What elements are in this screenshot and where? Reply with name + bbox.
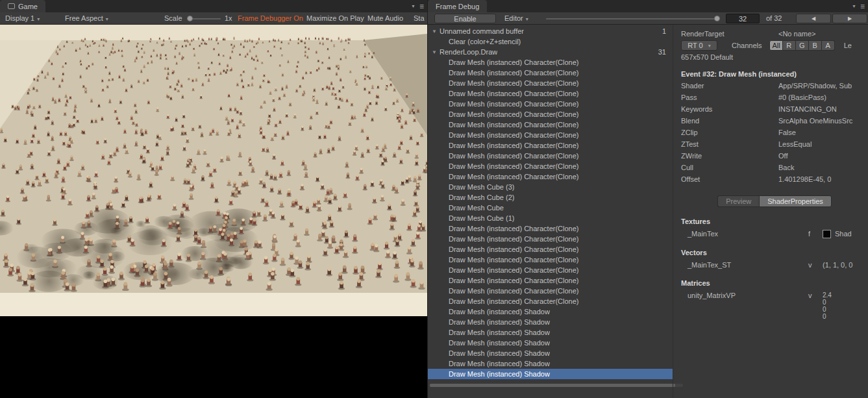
frame-event-label: Draw Mesh (instanced) Character(Clone) (449, 110, 579, 118)
frame-event-row[interactable]: Draw Mesh Cube (3) (428, 182, 673, 192)
frame-debugger-on-button[interactable]: Frame Debugger On (238, 12, 303, 24)
channel-a-button[interactable]: A (822, 40, 835, 51)
frame-event-row[interactable]: Draw Mesh (instanced) Character(Clone) (428, 234, 673, 244)
shader-state-row: KeywordsINSTANCING_ON (681, 103, 868, 115)
target-dropdown[interactable]: Editor▾ (504, 12, 528, 25)
frame-event-label: Draw Mesh (instanced) Shadow (449, 318, 550, 326)
frame-event-row[interactable]: Clear (color+Z+stencil) (428, 36, 673, 47)
channel-b-button[interactable]: B (809, 40, 822, 51)
frame-event-row[interactable]: Draw Mesh Cube (2) (428, 192, 673, 203)
frame-event-row[interactable]: Draw Mesh (instanced) Character(Clone) (428, 244, 673, 255)
game-tabstrip: Game ▼ ≡ (0, 0, 427, 12)
frame-event-row[interactable]: Draw Mesh (instanced) Shadow (428, 317, 673, 327)
vector-type: v (808, 261, 823, 269)
state-key: Keywords (681, 105, 778, 113)
frame-event-row[interactable]: Draw Mesh (instanced) Character(Clone) (428, 99, 673, 109)
frame-event-row[interactable]: Draw Mesh (instanced) Character(Clone) (428, 78, 673, 88)
event-slider-handle[interactable] (714, 16, 720, 21)
frame-event-row[interactable]: Draw Mesh (instanced) Character(Clone) (428, 286, 673, 296)
frame-event-row[interactable]: Draw Mesh (instanced) Shadow (428, 348, 673, 358)
frame-event-label: Draw Mesh (instanced) Shadow (449, 339, 550, 347)
frame-event-row[interactable]: Draw Mesh (instanced) Shadow (428, 358, 673, 369)
disclosure-triangle-icon[interactable]: ▼ (432, 49, 440, 55)
tab-frame-debug[interactable]: Frame Debug (428, 0, 487, 12)
frame-event-row[interactable]: Draw Mesh Cube (1) (428, 213, 673, 223)
horizontal-scrollbar[interactable] (430, 384, 683, 387)
event-details-panel: RenderTarget <No name> RT 0▾ Channels Al… (673, 25, 868, 398)
texture-type: f (808, 230, 823, 238)
tab-frame-debug-label: Frame Debug (436, 3, 479, 10)
game-viewport[interactable] (0, 25, 427, 316)
state-value: Back (778, 164, 868, 171)
enable-button[interactable]: Enable (434, 14, 496, 23)
frame-event-row[interactable]: Draw Mesh (instanced) Character(Clone) (428, 161, 673, 171)
vector-row: _MainTex_ST v (1, 1, 0, 0 (681, 261, 868, 269)
frame-event-row[interactable]: Draw Mesh (instanced) Character(Clone) (428, 119, 673, 130)
frame-event-row[interactable]: Draw Mesh (instanced) Character(Clone) (428, 223, 673, 234)
frame-event-row[interactable]: Draw Mesh (instanced) Shadow (428, 306, 673, 317)
channel-all-button[interactable]: All (769, 40, 782, 51)
event-slider-track[interactable] (546, 18, 719, 19)
frame-event-row[interactable]: Draw Mesh (instanced) Shadow (428, 338, 673, 348)
frame-event-group-row[interactable]: ▼RenderLoop.Draw31 (428, 47, 673, 57)
frame-event-row[interactable]: Draw Mesh (instanced) Shadow (428, 369, 673, 379)
frame-debug-tabstrip: Frame Debug ▼ ≡ (428, 0, 868, 12)
matrix-type: v (808, 292, 823, 299)
frame-event-row[interactable]: Draw Mesh (instanced) Shadow (428, 327, 673, 338)
frame-event-label: Draw Mesh (instanced) Character(Clone) (449, 69, 579, 77)
frame-event-label: RenderLoop.Draw (440, 48, 497, 56)
stats-toggle[interactable]: Sta (414, 12, 425, 24)
tab-preview[interactable]: Preview (717, 195, 759, 207)
prev-event-button[interactable]: ◀ (796, 14, 831, 23)
aspect-dropdown[interactable]: Free Aspect▾ (65, 12, 108, 25)
panel-dropdown-icon[interactable]: ▼ (411, 4, 415, 8)
disclosure-triangle-icon[interactable]: ▼ (432, 29, 440, 34)
frame-event-row[interactable]: Draw Mesh (instanced) Character(Clone) (428, 130, 673, 140)
game-panel: Game ▼ ≡ Display 1▾ Free Aspect▾ Scale 1… (0, 0, 427, 398)
frame-event-label: Draw Mesh Cube (2) (449, 193, 514, 201)
frame-event-label: Draw Mesh (instanced) Shadow (449, 308, 550, 316)
next-event-button[interactable]: ▶ (832, 14, 867, 23)
display-dropdown[interactable]: Display 1▾ (5, 12, 40, 25)
chevron-down-icon: ▾ (708, 43, 711, 49)
panel-dropdown-icon[interactable]: ▼ (852, 4, 856, 8)
frame-event-label: Draw Mesh (instanced) Character(Clone) (449, 100, 579, 108)
frame-event-row[interactable]: Draw Mesh (instanced) Character(Clone) (428, 275, 673, 286)
scale-label: Scale (164, 12, 182, 24)
channel-g-button[interactable]: G (796, 40, 809, 51)
event-number-field[interactable]: 32 (726, 14, 760, 23)
rendertarget-value: <No name> (778, 30, 815, 38)
frame-event-row[interactable]: Draw Mesh (instanced) Character(Clone) (428, 296, 673, 306)
chevron-down-icon: ▾ (526, 16, 528, 22)
frame-event-row[interactable]: Draw Mesh (instanced) Character(Clone) (428, 265, 673, 275)
frame-event-row[interactable]: Draw Mesh (instanced) Character(Clone) (428, 57, 673, 68)
matrix-value: 2.4 0 0 0 (823, 292, 868, 320)
maximize-on-play-toggle[interactable]: Maximize On Play (306, 12, 364, 24)
matrices-section-title: Matrices (681, 278, 868, 288)
frame-event-row[interactable]: Draw Mesh (instanced) Character(Clone) (428, 109, 673, 119)
shader-state-row: ShaderApp/SRP/Shadow, Sub (681, 80, 868, 92)
rt-select-dropdown[interactable]: RT 0▾ (681, 40, 717, 51)
frame-event-row[interactable]: Draw Mesh Cube (428, 203, 673, 213)
scale-slider-handle[interactable] (187, 16, 193, 21)
frame-event-tree: ▼Unnamed command buffer1Clear (color+Z+s… (428, 25, 673, 382)
frame-event-row[interactable]: Draw Mesh (instanced) Character(Clone) (428, 171, 673, 182)
levels-label: Le (844, 42, 852, 49)
shader-state-row: ZClipFalse (681, 127, 868, 138)
tab-shader-properties[interactable]: ShaderProperties (759, 195, 832, 207)
scrollbar-thumb[interactable] (430, 384, 675, 387)
tab-game[interactable]: Game (0, 0, 45, 12)
frame-event-row[interactable]: Draw Mesh (instanced) Character(Clone) (428, 88, 673, 99)
state-key: Offset (681, 175, 778, 183)
frame-event-row[interactable]: Draw Mesh (instanced) Character(Clone) (428, 151, 673, 161)
frame-event-group-row[interactable]: ▼Unnamed command buffer1 (428, 26, 673, 36)
mute-audio-toggle[interactable]: Mute Audio (367, 12, 403, 24)
frame-event-row[interactable]: Draw Mesh (instanced) Character(Clone) (428, 68, 673, 78)
panel-menu-icon[interactable]: ≡ (860, 2, 865, 11)
frame-event-row[interactable]: Draw Mesh (instanced) Character(Clone) (428, 140, 673, 151)
channel-r-button[interactable]: R (783, 40, 796, 51)
frame-event-row[interactable]: Draw Mesh (instanced) Character(Clone) (428, 255, 673, 265)
panel-menu-icon[interactable]: ≡ (419, 2, 424, 11)
frame-event-label: Draw Mesh (instanced) Shadow (449, 360, 550, 367)
state-key: Pass (681, 93, 778, 101)
